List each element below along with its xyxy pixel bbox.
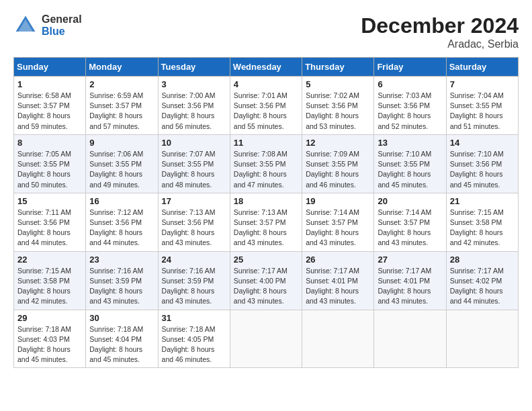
day-info: Sunrise: 7:11 AM Sunset: 3:56 PM Dayligh… [17, 208, 82, 248]
day-info: Sunrise: 6:59 AM Sunset: 3:57 PM Dayligh… [89, 91, 154, 132]
day-number: 12 [306, 138, 370, 148]
day-number: 22 [17, 255, 82, 265]
day-number: 11 [234, 138, 298, 148]
calendar-header: Sunday Monday Tuesday Wednesday Thursday… [14, 58, 519, 77]
calendar-row-0: 1 Sunrise: 6:58 AM Sunset: 3:57 PM Dayli… [14, 77, 519, 135]
calendar-row-1: 8 Sunrise: 7:05 AM Sunset: 3:55 PM Dayli… [14, 134, 519, 193]
table-cell: 18 Sunrise: 7:13 AM Sunset: 3:57 PM Dayl… [230, 193, 302, 251]
table-cell: 17 Sunrise: 7:13 AM Sunset: 3:56 PM Dayl… [158, 193, 230, 251]
logo-general: General [42, 13, 82, 26]
day-number: 10 [162, 138, 226, 148]
day-number: 29 [17, 313, 82, 323]
day-info: Sunrise: 7:10 AM Sunset: 3:55 PM Dayligh… [378, 149, 442, 190]
day-number: 17 [162, 196, 226, 206]
logo-text: General Blue [42, 13, 82, 37]
day-number: 30 [89, 313, 154, 323]
day-info: Sunrise: 7:18 AM Sunset: 4:05 PM Dayligh… [162, 324, 226, 365]
table-cell: 9 Sunrise: 7:06 AM Sunset: 3:55 PM Dayli… [86, 134, 158, 193]
day-info: Sunrise: 7:09 AM Sunset: 3:55 PM Dayligh… [306, 149, 370, 190]
table-cell: 19 Sunrise: 7:14 AM Sunset: 3:57 PM Dayl… [302, 193, 374, 251]
col-monday: Monday [86, 58, 158, 77]
col-wednesday: Wednesday [230, 58, 302, 77]
day-number: 28 [450, 255, 515, 265]
calendar-row-3: 22 Sunrise: 7:15 AM Sunset: 3:58 PM Dayl… [14, 251, 519, 310]
day-number: 1 [17, 79, 82, 89]
table-cell: 12 Sunrise: 7:09 AM Sunset: 3:55 PM Dayl… [302, 134, 374, 193]
day-info: Sunrise: 7:14 AM Sunset: 3:57 PM Dayligh… [306, 208, 370, 248]
day-info: Sunrise: 7:13 AM Sunset: 3:57 PM Dayligh… [234, 208, 298, 248]
day-number: 16 [89, 196, 154, 206]
table-cell: 30 Sunrise: 7:18 AM Sunset: 4:04 PM Dayl… [86, 310, 158, 368]
day-info: Sunrise: 7:00 AM Sunset: 3:56 PM Dayligh… [162, 91, 226, 132]
day-number: 20 [378, 196, 442, 206]
table-cell: 20 Sunrise: 7:14 AM Sunset: 3:57 PM Dayl… [374, 193, 446, 251]
day-info: Sunrise: 7:17 AM Sunset: 4:02 PM Dayligh… [450, 266, 515, 307]
day-info: Sunrise: 7:16 AM Sunset: 3:59 PM Dayligh… [89, 266, 154, 307]
day-number: 19 [306, 196, 370, 206]
table-cell: 31 Sunrise: 7:18 AM Sunset: 4:05 PM Dayl… [158, 310, 230, 368]
header-row: Sunday Monday Tuesday Wednesday Thursday… [14, 58, 519, 77]
logo-blue: Blue [42, 26, 82, 38]
table-cell: 22 Sunrise: 7:15 AM Sunset: 3:58 PM Dayl… [14, 251, 86, 310]
col-tuesday: Tuesday [158, 58, 230, 77]
title-area: December 2024 Aradac, Serbia [361, 13, 519, 50]
table-cell: 5 Sunrise: 7:02 AM Sunset: 3:56 PM Dayli… [302, 77, 374, 135]
table-cell: 6 Sunrise: 7:03 AM Sunset: 3:56 PM Dayli… [374, 77, 446, 135]
day-number: 5 [306, 79, 370, 89]
day-number: 3 [162, 79, 226, 89]
day-number: 23 [89, 255, 154, 265]
col-sunday: Sunday [14, 58, 86, 77]
day-info: Sunrise: 7:18 AM Sunset: 4:03 PM Dayligh… [17, 324, 82, 365]
day-info: Sunrise: 7:14 AM Sunset: 3:57 PM Dayligh… [378, 208, 442, 248]
day-number: 27 [378, 255, 442, 265]
table-cell: 11 Sunrise: 7:08 AM Sunset: 3:55 PM Dayl… [230, 134, 302, 193]
table-cell: 24 Sunrise: 7:16 AM Sunset: 3:59 PM Dayl… [158, 251, 230, 310]
table-cell: 21 Sunrise: 7:15 AM Sunset: 3:58 PM Dayl… [446, 193, 518, 251]
table-cell: 13 Sunrise: 7:10 AM Sunset: 3:55 PM Dayl… [374, 134, 446, 193]
day-number: 26 [306, 255, 370, 265]
table-cell [446, 310, 518, 368]
day-info: Sunrise: 7:15 AM Sunset: 3:58 PM Dayligh… [17, 266, 82, 307]
day-info: Sunrise: 7:04 AM Sunset: 3:55 PM Dayligh… [450, 91, 515, 132]
month-title: December 2024 [361, 13, 519, 38]
logo: General Blue [13, 13, 82, 38]
day-info: Sunrise: 7:17 AM Sunset: 4:01 PM Dayligh… [378, 266, 442, 307]
day-info: Sunrise: 7:18 AM Sunset: 4:04 PM Dayligh… [89, 324, 154, 365]
table-cell: 14 Sunrise: 7:10 AM Sunset: 3:56 PM Dayl… [446, 134, 518, 193]
day-number: 7 [450, 79, 515, 89]
day-info: Sunrise: 7:01 AM Sunset: 3:56 PM Dayligh… [234, 91, 298, 132]
col-friday: Friday [374, 58, 446, 77]
day-number: 14 [450, 138, 515, 148]
day-info: Sunrise: 7:08 AM Sunset: 3:55 PM Dayligh… [234, 149, 298, 190]
day-info: Sunrise: 7:13 AM Sunset: 3:56 PM Dayligh… [162, 208, 226, 248]
day-number: 2 [89, 79, 154, 89]
day-number: 15 [17, 196, 82, 206]
table-cell: 1 Sunrise: 6:58 AM Sunset: 3:57 PM Dayli… [14, 77, 86, 135]
table-cell: 25 Sunrise: 7:17 AM Sunset: 4:00 PM Dayl… [230, 251, 302, 310]
day-info: Sunrise: 7:15 AM Sunset: 3:58 PM Dayligh… [450, 208, 515, 248]
table-cell [302, 310, 374, 368]
table-cell: 16 Sunrise: 7:12 AM Sunset: 3:56 PM Dayl… [86, 193, 158, 251]
day-info: Sunrise: 7:17 AM Sunset: 4:01 PM Dayligh… [306, 266, 370, 307]
calendar-row-4: 29 Sunrise: 7:18 AM Sunset: 4:03 PM Dayl… [14, 310, 519, 368]
calendar-row-2: 15 Sunrise: 7:11 AM Sunset: 3:56 PM Dayl… [14, 193, 519, 251]
table-cell: 7 Sunrise: 7:04 AM Sunset: 3:55 PM Dayli… [446, 77, 518, 135]
day-number: 8 [17, 138, 82, 148]
table-cell: 15 Sunrise: 7:11 AM Sunset: 3:56 PM Dayl… [14, 193, 86, 251]
day-info: Sunrise: 6:58 AM Sunset: 3:57 PM Dayligh… [17, 91, 82, 132]
table-cell: 28 Sunrise: 7:17 AM Sunset: 4:02 PM Dayl… [446, 251, 518, 310]
day-info: Sunrise: 7:02 AM Sunset: 3:56 PM Dayligh… [306, 91, 370, 132]
page-wrapper: General Blue December 2024 Aradac, Serbi… [13, 13, 519, 368]
day-info: Sunrise: 7:07 AM Sunset: 3:55 PM Dayligh… [162, 149, 226, 190]
calendar-table: Sunday Monday Tuesday Wednesday Thursday… [13, 57, 519, 368]
table-cell: 8 Sunrise: 7:05 AM Sunset: 3:55 PM Dayli… [14, 134, 86, 193]
day-info: Sunrise: 7:06 AM Sunset: 3:55 PM Dayligh… [89, 149, 154, 190]
header: General Blue December 2024 Aradac, Serbi… [13, 13, 519, 50]
table-cell: 29 Sunrise: 7:18 AM Sunset: 4:03 PM Dayl… [14, 310, 86, 368]
day-number: 9 [89, 138, 154, 148]
col-thursday: Thursday [302, 58, 374, 77]
table-cell: 2 Sunrise: 6:59 AM Sunset: 3:57 PM Dayli… [86, 77, 158, 135]
day-number: 24 [162, 255, 226, 265]
table-cell: 26 Sunrise: 7:17 AM Sunset: 4:01 PM Dayl… [302, 251, 374, 310]
day-info: Sunrise: 7:12 AM Sunset: 3:56 PM Dayligh… [89, 208, 154, 248]
